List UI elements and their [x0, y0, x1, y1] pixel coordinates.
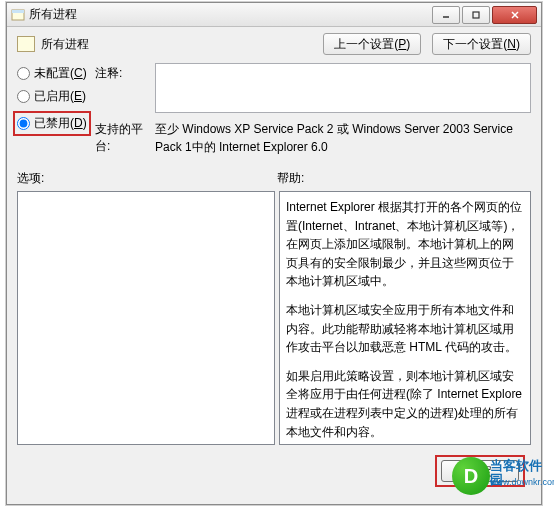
radio-enabled[interactable]: 已启用(E) [17, 88, 95, 105]
policy-title: 所有进程 [41, 36, 312, 53]
help-paragraph: 本地计算机区域安全应用于所有本地文件和内容。此功能帮助减轻将本地计算机区域用作攻… [286, 301, 524, 357]
policy-icon [17, 36, 35, 52]
dialog-footer: 确定 [7, 445, 541, 487]
pane-headers: 选项: 帮助: [7, 162, 541, 191]
minimize-button[interactable] [432, 6, 460, 24]
ok-button[interactable]: 确定 [441, 460, 519, 482]
state-radio-group: 未配置(C) 已启用(E) 已禁用(D) [17, 63, 95, 162]
svg-rect-1 [12, 10, 24, 13]
prev-setting-button[interactable]: 上一个设置(P) [323, 33, 421, 55]
dialog-window: 所有进程 所有进程 上一个设置(P) 下一个设置(N) 未配置(C) 已启用(E… [6, 2, 542, 505]
help-paragraph: Internet Explorer 根据其打开的各个网页的位置(Internet… [286, 198, 524, 291]
body-area: 未配置(C) 已启用(E) 已禁用(D) 注释: 支持的平台: 至少 Windo… [7, 63, 541, 162]
titlebar: 所有进程 [7, 3, 541, 27]
radio-disabled-input[interactable] [17, 117, 30, 130]
platform-text: 至少 Windows XP Service Pack 2 或 Windows S… [155, 119, 531, 156]
platform-label: 支持的平台: [95, 119, 155, 156]
window-title: 所有进程 [29, 6, 430, 23]
help-label: 帮助: [277, 170, 531, 187]
svg-rect-3 [473, 12, 479, 18]
help-paragraph: 如果启用此策略设置，则本地计算机区域安全将应用于由任何进程(除了 Interne… [286, 367, 524, 441]
maximize-button[interactable] [462, 6, 490, 24]
window-icon [11, 8, 25, 22]
options-label: 选项: [17, 170, 277, 187]
close-button[interactable] [492, 6, 537, 24]
form-column: 注释: 支持的平台: 至少 Windows XP Service Pack 2 … [95, 63, 531, 162]
radio-unconfigured-input[interactable] [17, 67, 30, 80]
options-pane[interactable] [17, 191, 275, 445]
radio-enabled-input[interactable] [17, 90, 30, 103]
next-setting-button[interactable]: 下一个设置(N) [432, 33, 531, 55]
radio-disabled[interactable]: 已禁用(D) [13, 111, 91, 136]
ok-highlight: 确定 [435, 455, 525, 487]
comment-textarea[interactable] [155, 63, 531, 113]
help-pane[interactable]: Internet Explorer 根据其打开的各个网页的位置(Internet… [279, 191, 531, 445]
header-row: 所有进程 上一个设置(P) 下一个设置(N) [7, 27, 541, 63]
content-panes: Internet Explorer 根据其打开的各个网页的位置(Internet… [7, 191, 541, 445]
radio-unconfigured[interactable]: 未配置(C) [17, 65, 95, 82]
window-controls [430, 6, 537, 24]
comment-label: 注释: [95, 63, 155, 113]
